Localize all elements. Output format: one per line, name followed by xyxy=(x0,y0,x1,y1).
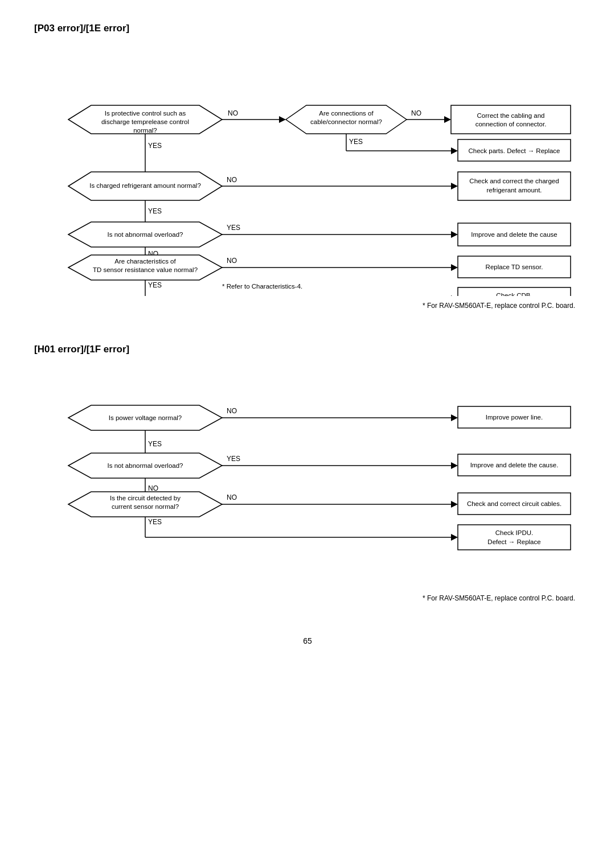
svg-rect-13 xyxy=(451,105,571,134)
p03-section: [P03 error]/[1E error] Is protective con… xyxy=(34,23,581,310)
svg-marker-82 xyxy=(451,462,458,469)
svg-text:Improve power line.: Improve power line. xyxy=(486,414,543,421)
p03-diagram: Is protective control such as discharge … xyxy=(34,51,581,296)
h01-section: [H01 error]/[1F error] Is power voltage … xyxy=(34,344,581,602)
h01-title: [H01 error]/[1F error] xyxy=(34,344,581,355)
svg-text:current sensor normal?: current sensor normal? xyxy=(112,503,179,510)
page-number: 65 xyxy=(34,636,581,645)
svg-text:NO: NO xyxy=(227,176,237,184)
svg-rect-102 xyxy=(458,525,571,550)
svg-text:NO: NO xyxy=(148,484,158,492)
h01-diagram: Is power voltage normal? NO Improve powe… xyxy=(34,372,581,589)
svg-text:NO: NO xyxy=(227,407,237,415)
svg-rect-31 xyxy=(458,172,571,200)
svg-text:YES: YES xyxy=(349,138,363,146)
svg-text:Are connections of: Are connections of xyxy=(319,110,374,117)
svg-text:YES: YES xyxy=(148,281,162,289)
svg-text:discharge temprelease control: discharge temprelease control xyxy=(101,118,189,125)
svg-text:Check CDB.: Check CDB. xyxy=(496,292,532,296)
svg-text:YES: YES xyxy=(148,518,162,526)
svg-text:Is not abnormal overload?: Is not abnormal overload? xyxy=(108,462,183,469)
svg-text:NO: NO xyxy=(411,109,421,117)
svg-text:refrigerant amount.: refrigerant amount. xyxy=(486,187,542,194)
svg-text:Is not abnormal overload?: Is not abnormal overload? xyxy=(108,231,183,238)
svg-marker-6 xyxy=(279,116,286,123)
svg-marker-101 xyxy=(451,534,458,541)
svg-text:normal?: normal? xyxy=(133,127,157,134)
svg-text:connection of connector.: connection of connector. xyxy=(475,121,547,127)
svg-text:Check IPDU.: Check IPDU. xyxy=(495,529,533,536)
svg-text:YES: YES xyxy=(148,142,162,150)
svg-text:Replace TD sensor.: Replace TD sensor. xyxy=(486,264,543,270)
svg-text:Is charged refrigerant amount : Is charged refrigerant amount normal? xyxy=(89,182,201,189)
svg-text:Check and correct the charged: Check and correct the charged xyxy=(469,178,559,184)
svg-marker-12 xyxy=(444,116,451,123)
svg-text:Check parts. Defect → Replace: Check parts. Defect → Replace xyxy=(468,147,560,154)
svg-text:Are characteristics of: Are characteristics of xyxy=(114,258,176,265)
svg-text:NO: NO xyxy=(228,109,238,117)
p03-title: [P03 error]/[1E error] xyxy=(34,23,581,34)
svg-text:YES: YES xyxy=(227,455,240,463)
svg-marker-42 xyxy=(451,231,458,238)
svg-text:NO: NO xyxy=(227,257,237,265)
svg-text:TD sensor resistance value nor: TD sensor resistance value normal? xyxy=(93,266,198,273)
svg-marker-62 xyxy=(451,295,458,296)
svg-marker-19 xyxy=(451,147,458,154)
svg-text:YES: YES xyxy=(148,440,162,448)
svg-text:Is the circuit detected by: Is the circuit detected by xyxy=(110,495,181,501)
svg-text:* Refer to Characteristics-4.: * Refer to Characteristics-4. xyxy=(222,283,302,290)
svg-text:Is protective control such as: Is protective control such as xyxy=(105,110,186,117)
svg-marker-54 xyxy=(451,264,458,271)
svg-text:NO: NO xyxy=(227,493,237,501)
svg-text:Defect → Replace: Defect → Replace xyxy=(487,538,540,545)
p03-footnote: * For RAV-SM560AT-E, replace control P.C… xyxy=(34,302,581,310)
svg-marker-94 xyxy=(451,501,458,508)
svg-marker-71 xyxy=(451,414,458,421)
svg-marker-30 xyxy=(451,183,458,190)
svg-text:Improve and delete the cause.: Improve and delete the cause. xyxy=(470,462,559,468)
svg-text:Is power voltage normal?: Is power voltage normal? xyxy=(109,414,182,421)
svg-text:cable/connector normal?: cable/connector normal? xyxy=(310,118,382,125)
svg-text:Correct the cabling and: Correct the cabling and xyxy=(477,112,545,119)
svg-text:Check and correct circuit cabl: Check and correct circuit cables. xyxy=(467,500,561,507)
h01-footnote: * For RAV-SM560AT-E, replace control P.C… xyxy=(34,594,581,602)
svg-text:YES: YES xyxy=(227,224,240,232)
svg-text:YES: YES xyxy=(148,207,162,215)
svg-text:Improve and delete the cause: Improve and delete the cause xyxy=(471,231,557,238)
